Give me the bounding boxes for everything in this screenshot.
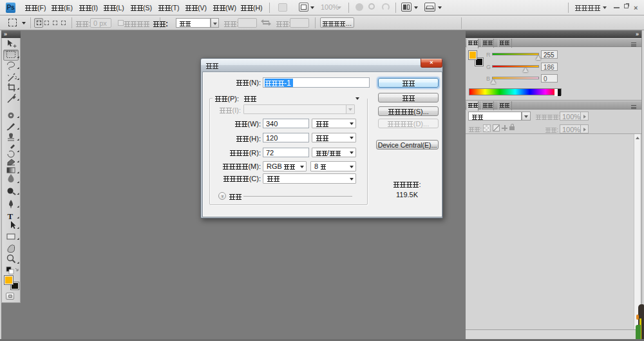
svg-text:T: T (8, 211, 14, 221)
